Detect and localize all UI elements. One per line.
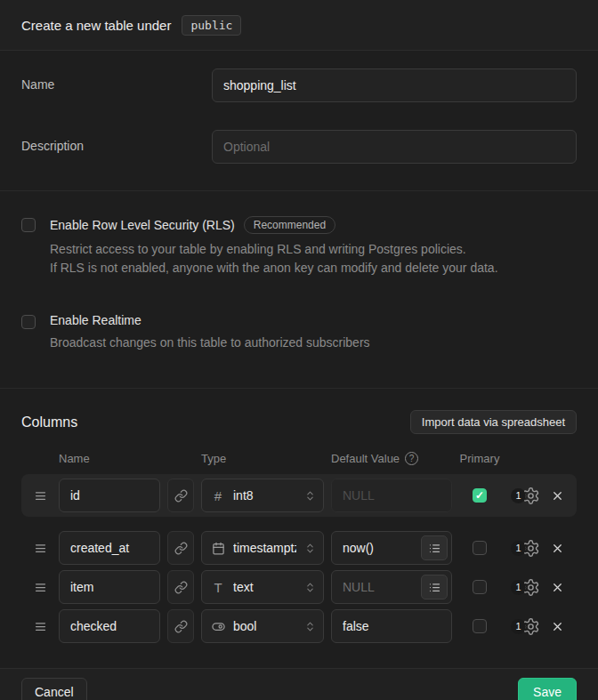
column-type-label: timestamptz — [233, 541, 296, 555]
settings-count-badge: 1 — [511, 619, 526, 634]
primary-checkbox[interactable] — [473, 619, 487, 633]
column-settings-button[interactable]: 1 — [511, 539, 540, 558]
calendar-icon — [211, 542, 225, 555]
default-value-field — [331, 609, 452, 643]
rls-text: Enable Row Level Security (RLS) Recommen… — [50, 216, 498, 278]
chevrons-up-down-icon — [304, 543, 316, 554]
schema-badge: public — [182, 15, 241, 36]
remove-column-button[interactable] — [551, 581, 564, 594]
save-button[interactable]: Save — [518, 678, 577, 700]
columns-rows: # int8 1 — [21, 474, 577, 643]
column-type-label: bool — [233, 619, 296, 633]
primary-checkbox[interactable] — [473, 488, 487, 503]
table-description-input[interactable] — [212, 130, 577, 164]
remove-column-button[interactable] — [551, 542, 564, 555]
columns-title: Columns — [21, 414, 77, 430]
header-default-value: Default Value — [331, 452, 452, 465]
column-name-input[interactable] — [59, 570, 160, 604]
default-value-input[interactable] — [331, 609, 452, 643]
column-row: bool 1 — [21, 609, 577, 643]
realtime-option: Enable Realtime Broadcast changes on thi… — [21, 313, 577, 352]
column-row: # int8 1 — [21, 474, 577, 517]
chevrons-up-down-icon — [304, 490, 316, 502]
toggle-icon — [211, 620, 225, 633]
column-type-select[interactable]: T text — [201, 570, 324, 604]
link-icon — [174, 489, 188, 503]
suggestions-button[interactable] — [421, 535, 448, 560]
rls-description: Restrict access to your table by enablin… — [50, 240, 498, 278]
column-type-label: int8 — [233, 488, 296, 503]
link-icon — [174, 581, 188, 594]
description-field-row: Description — [21, 130, 577, 164]
text-icon: T — [211, 580, 225, 595]
list-icon — [428, 581, 441, 594]
dialog-title: Create a new table under — [21, 18, 171, 33]
columns-section: Columns Import data via spreadsheet Name… — [0, 389, 598, 668]
create-table-dialog: Create a new table under public Name Des… — [0, 0, 598, 700]
close-icon — [551, 489, 564, 503]
drag-handle-icon[interactable] — [34, 542, 52, 555]
rls-option: Enable Row Level Security (RLS) Recommen… — [21, 216, 577, 278]
hash-icon: # — [211, 488, 225, 503]
column-name-input[interactable] — [59, 609, 160, 643]
settings-count-badge: 1 — [511, 541, 526, 556]
close-icon — [551, 581, 564, 594]
description-label: Description — [21, 130, 212, 153]
column-type-select[interactable]: bool — [201, 609, 324, 643]
options-section: Enable Row Level Security (RLS) Recommen… — [0, 191, 598, 389]
name-label: Name — [21, 68, 212, 92]
primary-checkbox[interactable] — [473, 541, 487, 555]
default-value-input[interactable] — [331, 479, 452, 512]
column-type-select[interactable]: timestamptz — [201, 531, 324, 565]
foreign-key-button[interactable] — [167, 609, 194, 643]
header-name: Name — [59, 452, 160, 465]
header-primary: Primary — [459, 452, 500, 465]
recommended-badge: Recommended — [244, 216, 335, 234]
settings-count-badge: 1 — [511, 580, 526, 595]
columns-header-row: Name Type Default Value Primary — [21, 452, 577, 465]
remove-column-button[interactable] — [551, 620, 564, 633]
name-field-row: Name — [21, 68, 577, 102]
foreign-key-button[interactable] — [167, 531, 194, 565]
column-settings-button[interactable]: 1 — [511, 617, 540, 636]
link-icon — [174, 542, 188, 555]
import-spreadsheet-button[interactable]: Import data via spreadsheet — [410, 410, 577, 434]
table-info-section: Name Description — [0, 51, 598, 191]
suggestions-button[interactable] — [421, 575, 448, 599]
realtime-text: Enable Realtime Broadcast changes on thi… — [50, 313, 370, 352]
realtime-description: Broadcast changes on this table to autho… — [50, 334, 370, 352]
column-name-input[interactable] — [59, 479, 160, 512]
column-type-select[interactable]: # int8 — [201, 479, 324, 512]
column-name-input[interactable] — [59, 531, 160, 565]
default-value-field — [331, 570, 452, 604]
table-name-input[interactable] — [212, 68, 577, 102]
chevrons-up-down-icon — [304, 582, 316, 593]
settings-count-badge: 1 — [511, 488, 526, 503]
drag-handle-icon[interactable] — [34, 620, 52, 633]
realtime-label: Enable Realtime — [50, 313, 141, 327]
close-icon — [551, 542, 564, 555]
rls-checkbox[interactable] — [21, 218, 36, 232]
drag-handle-icon[interactable] — [34, 489, 52, 503]
remove-column-button[interactable] — [551, 489, 564, 503]
dialog-footer: Cancel Save — [0, 668, 598, 700]
column-type-label: text — [233, 580, 296, 594]
column-settings-button[interactable]: 1 — [511, 578, 540, 597]
realtime-checkbox[interactable] — [21, 315, 36, 329]
column-row: timestamptz 1 — [21, 531, 577, 565]
foreign-key-button[interactable] — [167, 479, 194, 512]
cancel-button[interactable]: Cancel — [21, 678, 87, 700]
drag-handle-icon[interactable] — [34, 581, 52, 594]
column-settings-button[interactable]: 1 — [511, 487, 540, 505]
chevrons-up-down-icon — [304, 621, 316, 632]
default-value-field — [331, 531, 452, 565]
close-icon — [551, 620, 564, 633]
list-icon — [428, 542, 441, 555]
rls-label: Enable Row Level Security (RLS) — [50, 218, 235, 232]
header-type: Type — [201, 452, 324, 465]
help-icon[interactable] — [405, 452, 418, 465]
link-icon — [174, 620, 188, 633]
column-row: T text 1 — [21, 570, 577, 604]
primary-checkbox[interactable] — [473, 580, 487, 594]
foreign-key-button[interactable] — [167, 570, 194, 604]
